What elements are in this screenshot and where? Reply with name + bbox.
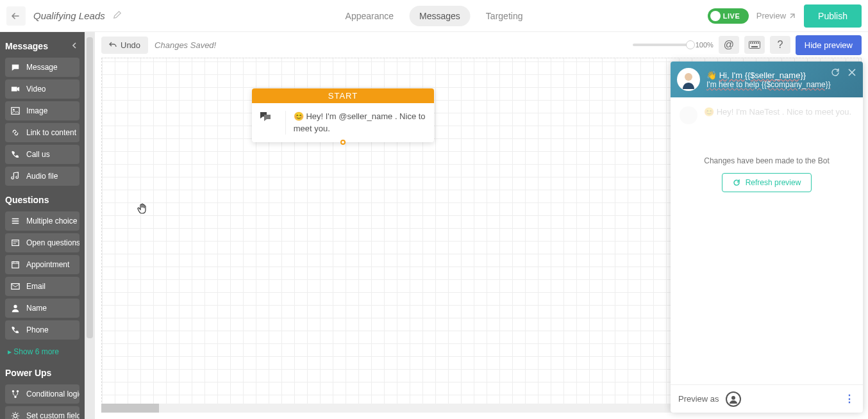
show-more-link[interactable]: ▸ Show 6 more [0, 342, 85, 361]
block-callus[interactable]: Call us [5, 145, 79, 164]
top-bar: Qualifying Leads Appearance Messages Tar… [0, 0, 868, 32]
sidebar: Messages Message Video Image Link to con… [0, 32, 85, 419]
svg-rect-4 [12, 262, 19, 268]
publish-button[interactable]: Publish [804, 4, 862, 28]
refresh-icon [733, 179, 740, 186]
tab-messages[interactable]: Messages [409, 6, 471, 26]
block-openq[interactable]: Open questions [5, 233, 79, 252]
mention-button[interactable]: @ [719, 36, 739, 54]
splitter-handle [87, 37, 93, 338]
sidebar-collapse-button[interactable] [71, 41, 78, 51]
preview-header-refresh[interactable] [831, 68, 840, 79]
video-icon [11, 85, 20, 94]
grab-cursor-indicator [137, 202, 149, 217]
hand-icon [137, 202, 149, 215]
svg-point-18 [685, 73, 692, 81]
mail-icon [11, 282, 20, 291]
calendar-icon [11, 260, 20, 269]
preview-greeting: 👋 Hi, I'm {{$seller_name}} [706, 70, 831, 80]
preview-ghost-message: 😊 Hey! I'm NaeTest . Nice to meet you. [680, 106, 854, 124]
svg-rect-0 [12, 87, 17, 92]
arrow-left-icon [11, 11, 21, 21]
help-button[interactable]: ? [770, 36, 790, 54]
live-toggle[interactable]: LIVE [708, 8, 749, 24]
at-icon: @ [724, 39, 734, 51]
block-video[interactable]: Video [5, 79, 79, 99]
block-customfield[interactable]: Set custom field [5, 406, 79, 419]
scrollbar-thumb[interactable] [101, 404, 159, 413]
phone-icon [11, 150, 20, 159]
block-phone[interactable]: Phone [5, 320, 79, 340]
block-conditional[interactable]: Conditional logic [5, 384, 79, 404]
preview-panel: 👋 Hi, I'm {{$seller_name}} I'm here to h… [671, 62, 863, 413]
preview-footer-menu[interactable]: ⋮ [844, 393, 855, 405]
svg-point-19 [731, 396, 735, 400]
keyboard-button[interactable] [744, 36, 765, 54]
tab-appearance[interactable]: Appearance [335, 6, 405, 26]
svg-point-10 [13, 414, 17, 417]
section-questions: Questions [0, 188, 85, 209]
refresh-preview-button[interactable]: Refresh preview [722, 173, 812, 192]
svg-rect-17 [751, 46, 758, 47]
preview-as-user[interactable] [726, 391, 741, 407]
zoom-slider[interactable] [633, 44, 690, 46]
tab-targeting[interactable]: Targeting [476, 6, 533, 26]
branch-icon [11, 390, 20, 398]
svg-rect-5 [12, 284, 19, 290]
toggle-knob [710, 11, 721, 21]
block-appointment[interactable]: Appointment [5, 255, 79, 274]
block-message[interactable]: Message [5, 58, 79, 77]
svg-rect-15 [756, 42, 757, 44]
question-icon: ? [777, 39, 783, 51]
block-name[interactable]: Name [5, 299, 79, 318]
chevron-left-icon [71, 42, 78, 49]
svg-point-8 [17, 390, 19, 393]
undo-button[interactable]: Undo [101, 37, 148, 54]
preview-as-label: Preview as [678, 394, 719, 404]
node-header: START [252, 88, 434, 103]
ghost-avatar [680, 106, 697, 124]
user-icon [11, 304, 20, 313]
svg-rect-14 [754, 42, 755, 44]
image-icon [11, 106, 20, 115]
block-multichoice[interactable]: Multiple choice [5, 211, 79, 231]
open-question-icon [11, 238, 20, 247]
live-label: LIVE [723, 12, 740, 20]
preview-close-button[interactable] [847, 68, 856, 79]
zoom-percent: 100% [696, 41, 714, 49]
start-node[interactable]: START 😊 Hey! I'm @seller_name . Nice to … [252, 88, 434, 142]
keyboard-icon [749, 41, 760, 49]
preview-link[interactable]: Preview [756, 11, 796, 21]
pencil-icon [113, 10, 122, 19]
avatar-person-icon [679, 70, 698, 89]
preview-header: 👋 Hi, I'm {{$seller_name}} I'm here to h… [671, 62, 863, 97]
preview-notice: Changes have been made to the Bot [704, 156, 829, 165]
list-icon [11, 217, 20, 226]
save-status: Changes Saved! [154, 40, 216, 50]
edit-title-button[interactable] [113, 10, 122, 22]
block-link[interactable]: Link to content [5, 123, 79, 142]
page-title: Qualifying Leads [33, 10, 105, 21]
external-link-icon [789, 12, 796, 20]
chat-icon [11, 63, 20, 72]
svg-point-7 [12, 390, 15, 393]
svg-rect-3 [12, 240, 19, 246]
sidebar-splitter[interactable] [85, 32, 95, 419]
phone-icon [11, 325, 20, 334]
zoom-knob [686, 40, 695, 49]
main-tabs: Appearance Messages Targeting [335, 6, 533, 26]
svg-point-2 [13, 109, 15, 111]
hide-preview-button[interactable]: Hide preview [796, 35, 862, 55]
back-button[interactable] [6, 6, 26, 26]
svg-rect-13 [752, 42, 753, 44]
block-image[interactable]: Image [5, 101, 79, 120]
block-audio[interactable]: Audio file [5, 167, 79, 186]
svg-rect-16 [758, 42, 759, 44]
preview-footer: Preview as ⋮ [671, 384, 863, 413]
node-text: 😊 Hey! I'm @seller_name . Nice to meet y… [294, 111, 426, 135]
node-output-port[interactable] [340, 140, 346, 145]
block-email[interactable]: Email [5, 277, 79, 296]
chat-bubbles-icon [260, 111, 271, 122]
undo-icon [109, 41, 117, 49]
refresh-icon [831, 68, 840, 77]
